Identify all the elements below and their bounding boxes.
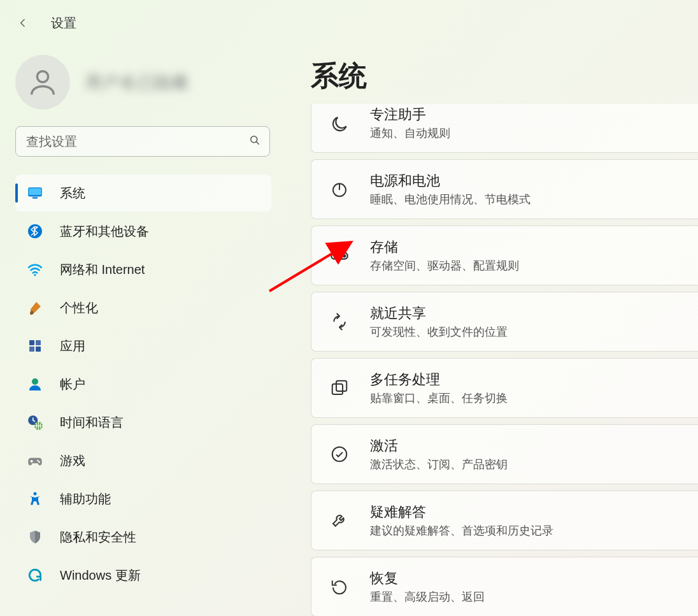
svg-point-16 <box>34 492 37 496</box>
sidebar-item-label: 游戏 <box>60 452 85 469</box>
monitor-icon <box>25 183 45 203</box>
avatar <box>15 55 70 110</box>
card-storage[interactable]: 存储 存储空间、驱动器、配置规则 <box>311 226 698 285</box>
sidebar-item-accessibility[interactable]: 辅助功能 <box>15 480 271 517</box>
card-desc: 激活状态、订阅、产品密钥 <box>370 457 508 472</box>
person-icon <box>25 375 45 394</box>
accessibility-icon <box>25 489 45 508</box>
sidebar-item-label: 隐私和安全性 <box>60 529 136 546</box>
wifi-icon <box>25 260 45 279</box>
svg-rect-21 <box>336 381 346 391</box>
card-desc: 存储空间、驱动器、配置规则 <box>370 258 519 273</box>
card-desc: 建议的疑难解答、首选项和历史记录 <box>370 523 553 538</box>
card-title: 激活 <box>370 436 508 455</box>
search-wrap <box>15 126 270 157</box>
sidebar-item-label: 系统 <box>60 185 85 202</box>
user-profile[interactable]: 用户名已隐藏 <box>15 51 271 126</box>
sidebar-item-label: 辅助功能 <box>60 491 111 508</box>
svg-point-6 <box>34 274 36 276</box>
card-desc: 可发现性、收到文件的位置 <box>370 324 508 340</box>
svg-rect-4 <box>32 197 38 199</box>
card-title: 多任务处理 <box>370 370 508 389</box>
bluetooth-icon <box>25 222 45 241</box>
card-title: 存储 <box>370 238 519 257</box>
svg-point-22 <box>332 447 347 462</box>
card-title: 疑难解答 <box>370 503 553 522</box>
sidebar-item-label: 帐户 <box>60 376 85 393</box>
update-icon <box>25 566 45 585</box>
card-desc: 睡眠、电池使用情况、节电模式 <box>370 192 531 207</box>
sidebar-item-bluetooth[interactable]: 蓝牙和其他设备 <box>15 213 271 250</box>
sidebar-item-gaming[interactable]: 游戏 <box>15 442 271 479</box>
clock-globe-icon <box>25 413 45 432</box>
sidebar-item-label: 网络和 Internet <box>60 261 145 278</box>
back-arrow-icon <box>17 17 29 29</box>
username: 用户名已隐藏 <box>85 71 189 94</box>
card-recovery[interactable]: 恢复 重置、高级启动、返回 <box>311 557 698 616</box>
svg-point-0 <box>37 71 48 82</box>
apps-icon <box>25 336 45 355</box>
card-title: 电源和电池 <box>370 171 531 190</box>
card-title: 恢复 <box>370 569 485 588</box>
app-title: 设置 <box>51 15 76 32</box>
sidebar-item-accounts[interactable]: 帐户 <box>15 366 271 403</box>
card-nearby-sharing[interactable]: 就近共享 可发现性、收到文件的位置 <box>311 292 698 352</box>
sidebar-item-personalize[interactable]: 个性化 <box>15 289 271 326</box>
sidebar-item-network[interactable]: 网络和 Internet <box>15 251 271 288</box>
svg-point-15 <box>38 461 40 463</box>
settings-card-list: 专注助手 通知、自动规则 电源和电池 睡眠、电池使用情况、节电模式 存储 <box>311 104 698 616</box>
svg-point-1 <box>251 136 257 143</box>
sidebar-item-label: 时间和语言 <box>60 414 124 431</box>
card-focus-assist[interactable]: 专注助手 通知、自动规则 <box>311 104 698 153</box>
svg-point-11 <box>32 378 38 385</box>
svg-point-19 <box>343 255 345 257</box>
card-desc: 通知、自动规则 <box>370 125 450 141</box>
brush-icon <box>25 298 45 317</box>
drive-icon <box>325 241 353 269</box>
card-activation[interactable]: 激活 激活状态、订阅、产品密钥 <box>311 424 698 484</box>
back-button[interactable] <box>11 11 34 34</box>
sidebar-item-time[interactable]: 时间和语言 <box>15 404 271 441</box>
recovery-icon <box>325 573 353 601</box>
check-circle-icon <box>325 440 353 468</box>
wrench-icon <box>325 506 353 534</box>
content: 系统 专注助手 通知、自动规则 电源和电池 睡眠、电池使用情况、节电模式 <box>280 46 698 616</box>
svg-rect-7 <box>29 340 34 345</box>
windows-stack-icon <box>325 374 353 402</box>
sidebar-item-label: 应用 <box>60 338 85 355</box>
search-input[interactable] <box>15 126 270 157</box>
card-multitasking[interactable]: 多任务处理 贴靠窗口、桌面、任务切换 <box>311 358 698 418</box>
sidebar-item-label: 蓝牙和其他设备 <box>60 223 149 240</box>
card-desc: 重置、高级启动、返回 <box>370 589 485 605</box>
card-title: 就近共享 <box>370 304 508 323</box>
card-troubleshoot[interactable]: 疑难解答 建议的疑难解答、首选项和历史记录 <box>311 491 698 550</box>
sidebar-item-label: 个性化 <box>60 299 98 317</box>
search-icon <box>248 134 261 149</box>
page-title: 系统 <box>311 57 698 95</box>
card-desc: 贴靠窗口、桌面、任务切换 <box>370 390 508 406</box>
gamepad-icon <box>25 451 45 470</box>
svg-rect-20 <box>332 384 343 394</box>
sidebar-item-update[interactable]: Windows 更新 <box>15 557 271 594</box>
shield-icon <box>25 527 45 547</box>
moon-icon <box>325 110 353 138</box>
sidebar: 用户名已隐藏 系统 蓝牙和其他设备 网络和 Internet <box>0 46 280 616</box>
svg-point-14 <box>37 460 39 462</box>
sidebar-item-apps[interactable]: 应用 <box>15 327 271 364</box>
sidebar-item-label: Windows 更新 <box>60 567 141 584</box>
sidebar-item-system[interactable]: 系统 <box>15 175 271 211</box>
person-silhouette-icon <box>26 66 59 99</box>
header: 设置 <box>0 0 698 46</box>
card-power-battery[interactable]: 电源和电池 睡眠、电池使用情况、节电模式 <box>311 159 698 219</box>
sidebar-item-privacy[interactable]: 隐私和安全性 <box>15 519 271 555</box>
svg-rect-8 <box>36 340 41 345</box>
share-icon <box>325 308 353 336</box>
power-icon <box>325 175 353 203</box>
card-title: 专注助手 <box>370 105 450 124</box>
svg-rect-3 <box>29 188 41 195</box>
svg-rect-10 <box>36 347 41 352</box>
svg-rect-9 <box>29 347 34 352</box>
